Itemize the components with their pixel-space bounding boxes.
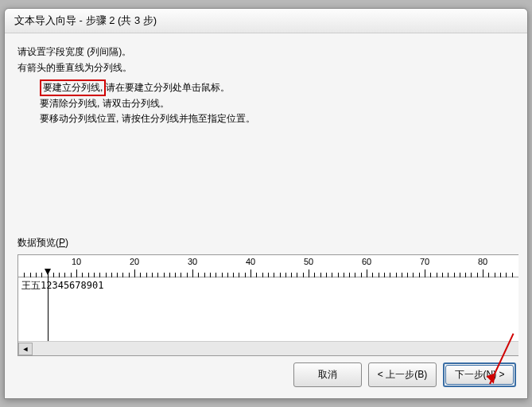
ruler-number: 50 xyxy=(304,257,313,266)
ruler-number: 20 xyxy=(130,257,139,266)
ruler-number: 80 xyxy=(478,257,487,266)
ruler-number: 30 xyxy=(188,257,197,266)
instruction-move: 要移动分列线位置, 请按住分列线并拖至指定位置。 xyxy=(40,111,515,126)
next-button[interactable]: 下一步(N) > xyxy=(445,365,514,385)
data-preview-section: 数据预览(P) 1020304050607080 王五12345678901 ◄ xyxy=(17,236,527,356)
column-break-line[interactable] xyxy=(48,277,49,341)
dialog-title: 文本导入向导 - 步骤 2 (共 3 步) xyxy=(5,9,527,33)
ruler[interactable]: 1020304050607080 xyxy=(18,255,518,277)
data-preview-label: 数据预览(P) xyxy=(17,236,527,250)
horizontal-scrollbar[interactable]: ◄ xyxy=(18,341,518,355)
back-button[interactable]: < 上一步(B) xyxy=(368,362,437,387)
ruler-number: 40 xyxy=(246,257,255,266)
cancel-button[interactable]: 取消 xyxy=(293,362,362,387)
text-import-wizard-dialog: 文本导入向导 - 步骤 2 (共 3 步) 请设置字段宽度 (列间隔)。 有箭头… xyxy=(4,8,528,399)
ruler-number: 10 xyxy=(72,257,81,266)
break-arrow-icon xyxy=(45,269,51,275)
button-row: 取消 < 上一步(B) 下一步(N) > xyxy=(5,355,527,398)
ruler-number: 70 xyxy=(420,257,429,266)
preview-panel[interactable]: 1020304050607080 王五12345678901 ◄ xyxy=(17,254,518,356)
next-button-highlight: 下一步(N) > xyxy=(443,362,516,387)
instruction-delete: 要清除分列线, 请双击分列线。 xyxy=(40,96,515,111)
instruction-create-rest: 请在要建立分列处单击鼠标。 xyxy=(106,82,230,93)
data-text: 王五12345678901 xyxy=(21,279,103,293)
ruler-number: 60 xyxy=(362,257,371,266)
highlight-create-column: 要建立分列线, xyxy=(40,79,106,96)
instruction-create: 要建立分列线,请在要建立分列处单击鼠标。 xyxy=(40,79,515,96)
scroll-left-icon[interactable]: ◄ xyxy=(18,343,33,355)
instruction-line-1: 请设置字段宽度 (列间隔)。 xyxy=(17,45,515,59)
data-row[interactable]: 王五12345678901 xyxy=(18,277,518,341)
dialog-body: 请设置字段宽度 (列间隔)。 有箭头的垂直线为分列线。 要建立分列线,请在要建立… xyxy=(5,33,527,355)
instruction-line-2: 有箭头的垂直线为分列线。 xyxy=(17,60,515,75)
